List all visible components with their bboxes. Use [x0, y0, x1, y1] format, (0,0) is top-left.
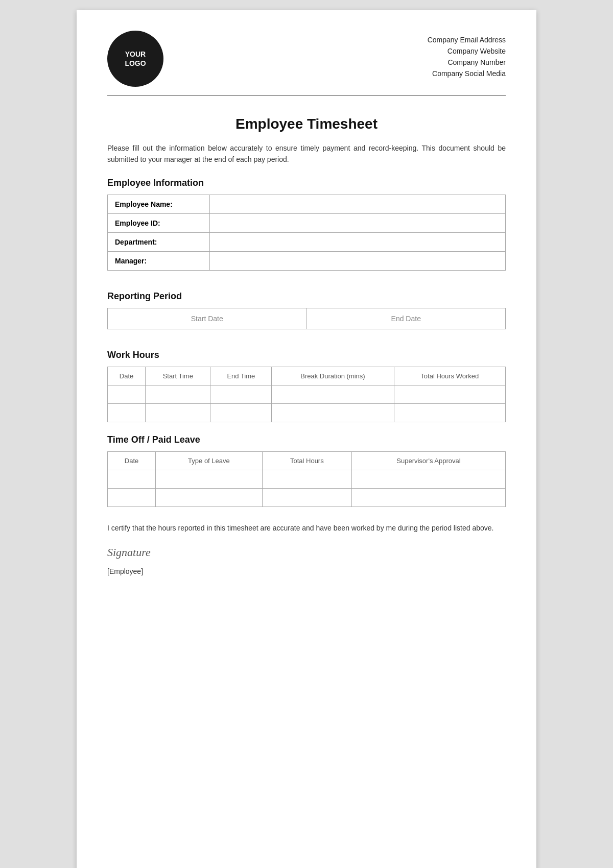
employee-id-value[interactable]	[210, 213, 506, 232]
company-email: Company Email Address	[428, 36, 506, 44]
col-total-hours: Total Hours Worked	[394, 367, 505, 385]
certification-text: I certify that the hours reported in thi…	[107, 522, 506, 534]
work-break-1[interactable]	[272, 385, 394, 403]
employee-info-table: Employee Name: Employee ID: Department: …	[107, 195, 506, 271]
employee-info-heading: Employee Information	[107, 178, 506, 188]
leave-approval-2[interactable]	[351, 488, 505, 507]
logo-line1: YOUR	[125, 50, 146, 59]
leave-date-1[interactable]	[108, 470, 156, 488]
leave-hours-1[interactable]	[262, 470, 351, 488]
col-break-duration: Break Duration (mins)	[272, 367, 394, 385]
work-end-2[interactable]	[210, 403, 272, 422]
department-value[interactable]	[210, 232, 506, 251]
leave-approval-1[interactable]	[351, 470, 505, 488]
time-off-heading: Time Off / Paid Leave	[107, 435, 506, 445]
table-row: Start Date End Date	[108, 308, 506, 329]
reporting-period-section: Reporting Period Start Date End Date	[107, 291, 506, 329]
table-header-row: Date Start Time End Time Break Duration …	[108, 367, 506, 385]
company-info-block: Company Email Address Company Website Co…	[428, 31, 506, 78]
employee-name-label: Employee Name:	[108, 195, 210, 213]
document-title: Employee Timesheet	[107, 116, 506, 132]
table-row: Employee Name:	[108, 195, 506, 213]
table-row	[108, 385, 506, 403]
leave-type-2[interactable]	[156, 488, 263, 507]
leave-hours-2[interactable]	[262, 488, 351, 507]
header-divider	[107, 95, 506, 95]
work-hours-section: Work Hours Date Start Time End Time Brea…	[107, 350, 506, 422]
document-subtitle: Please fill out the information below ac…	[107, 142, 506, 165]
manager-label: Manager:	[108, 251, 210, 270]
time-off-table: Date Type of Leave Total Hours Superviso…	[107, 451, 506, 507]
employee-id-label: Employee ID:	[108, 213, 210, 232]
col-date: Date	[108, 367, 146, 385]
employee-name-value[interactable]	[210, 195, 506, 213]
col-leave-hours: Total Hours	[262, 451, 351, 470]
employee-label: [Employee]	[107, 567, 506, 575]
company-logo: YOUR LOGO	[107, 31, 163, 87]
company-number: Company Number	[428, 58, 506, 66]
manager-value[interactable]	[210, 251, 506, 270]
col-leave-date: Date	[108, 451, 156, 470]
table-header-row: Date Type of Leave Total Hours Superviso…	[108, 451, 506, 470]
table-row: Department:	[108, 232, 506, 251]
work-break-2[interactable]	[272, 403, 394, 422]
header: YOUR LOGO Company Email Address Company …	[107, 31, 506, 87]
leave-date-2[interactable]	[108, 488, 156, 507]
work-start-1[interactable]	[146, 385, 210, 403]
col-end-time: End Time	[210, 367, 272, 385]
company-website: Company Website	[428, 47, 506, 55]
document-page: YOUR LOGO Company Email Address Company …	[77, 10, 536, 868]
time-off-section: Time Off / Paid Leave Date Type of Leave…	[107, 435, 506, 507]
table-row: Employee ID:	[108, 213, 506, 232]
logo-line2: LOGO	[125, 59, 146, 68]
table-row	[108, 403, 506, 422]
col-start-time: Start Time	[146, 367, 210, 385]
company-social-media: Company Social Media	[428, 69, 506, 78]
title-section: Employee Timesheet	[107, 116, 506, 132]
signature-area: Signature	[107, 546, 506, 559]
signature-text: Signature	[107, 546, 506, 559]
work-hours-heading: Work Hours	[107, 350, 506, 360]
reporting-period-heading: Reporting Period	[107, 291, 506, 302]
department-label: Department:	[108, 232, 210, 251]
col-supervisor-approval: Supervisor's Approval	[351, 451, 505, 470]
reporting-period-table: Start Date End Date	[107, 308, 506, 329]
table-row	[108, 488, 506, 507]
table-row: Manager:	[108, 251, 506, 270]
work-date-1[interactable]	[108, 385, 146, 403]
work-hours-table: Date Start Time End Time Break Duration …	[107, 367, 506, 422]
work-total-1[interactable]	[394, 385, 505, 403]
work-total-2[interactable]	[394, 403, 505, 422]
end-date-cell[interactable]: End Date	[306, 308, 506, 329]
work-end-1[interactable]	[210, 385, 272, 403]
table-row	[108, 470, 506, 488]
leave-type-1[interactable]	[156, 470, 263, 488]
col-leave-type: Type of Leave	[156, 451, 263, 470]
work-date-2[interactable]	[108, 403, 146, 422]
work-start-2[interactable]	[146, 403, 210, 422]
start-date-cell[interactable]: Start Date	[108, 308, 307, 329]
